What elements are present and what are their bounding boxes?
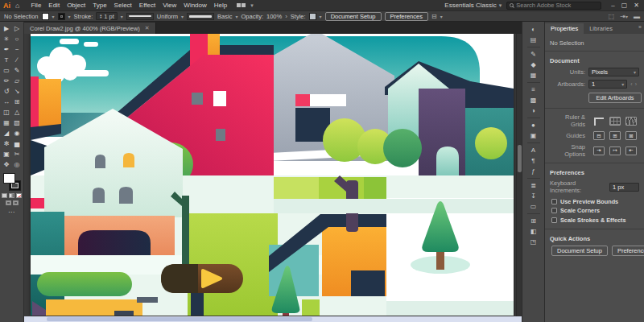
search-input[interactable]: Search Adobe Stock: [506, 2, 601, 10]
stroke-swatch[interactable]: [58, 13, 65, 20]
menu-item-effect[interactable]: Effect: [139, 2, 155, 9]
artboards-select[interactable]: 1 ▾: [588, 80, 627, 89]
menu-item-object[interactable]: Object: [67, 2, 85, 9]
tool-scale[interactable]: ↘: [12, 86, 23, 97]
tool-hand[interactable]: ✥: [2, 159, 12, 170]
tool-type[interactable]: T: [2, 55, 12, 65]
document-tab[interactable]: Corel Draw2.jpg @ 400% (RGB/Preview) ✕: [24, 23, 156, 34]
fill-stroke-control[interactable]: [3, 173, 21, 191]
tool-curvature[interactable]: ~: [12, 44, 23, 55]
vertical-scrollbar-thumb[interactable]: [518, 145, 522, 172]
stroke-chevron-icon[interactable]: ▾: [68, 14, 71, 19]
tool-gradient[interactable]: ▧: [12, 118, 23, 128]
artboard-nav-arrows[interactable]: ‹›: [630, 81, 639, 87]
opacity-expand-icon[interactable]: ›: [285, 13, 287, 20]
tool-lasso[interactable]: ○: [12, 34, 23, 44]
stepper-arrows-icon[interactable]: ▲▼: [99, 14, 102, 19]
width-profile-preview[interactable]: [126, 13, 154, 20]
document-tab-close-icon[interactable]: ✕: [145, 25, 150, 31]
panel-symbols-icon[interactable]: ◆: [527, 60, 540, 70]
checkbox-use-preview-bounds[interactable]: Use Preview Bounds: [551, 198, 639, 205]
tool-eraser[interactable]: ▱: [12, 76, 23, 86]
stroke-weight-stepper[interactable]: ▲▼ 1 pt: [96, 12, 117, 20]
tool-slice[interactable]: ✂: [12, 149, 23, 159]
menu-item-select[interactable]: Select: [114, 2, 132, 9]
close-button[interactable]: ✕: [634, 2, 639, 9]
tab-properties[interactable]: Properties: [545, 23, 584, 34]
tool-pen[interactable]: ✒: [2, 44, 12, 55]
panel-paragraph-icon[interactable]: ¶: [527, 155, 540, 166]
tool-rectangle[interactable]: ▭: [2, 65, 12, 76]
snap-to-grid-icon[interactable]: ⇥: [593, 147, 605, 155]
checkbox-box[interactable]: [551, 199, 557, 204]
tool-blend[interactable]: ◉: [12, 128, 23, 138]
style-swatch[interactable]: [309, 13, 316, 20]
align-chevron-icon[interactable]: ▾: [440, 14, 443, 19]
color-button[interactable]: [2, 193, 7, 198]
tool-column-graph[interactable]: ▅: [12, 138, 23, 149]
menu-item-help[interactable]: Help: [214, 2, 227, 9]
keyboard-increments-input[interactable]: 1 px: [609, 183, 639, 192]
tool-perspective-grid[interactable]: △: [12, 107, 23, 118]
gradient-button[interactable]: [9, 193, 14, 198]
menu-item-window[interactable]: Window: [184, 2, 206, 9]
show-transparency-grid-icon[interactable]: [625, 117, 637, 126]
show-grid-icon[interactable]: [609, 117, 621, 126]
show-guides-icon[interactable]: ⊟: [593, 131, 605, 140]
arrange-documents-icon[interactable]: [237, 3, 246, 7]
quick-document-setup-button[interactable]: Document Setup: [551, 246, 608, 256]
menu-item-edit[interactable]: Edit: [48, 2, 60, 9]
stroke-weight-chevron-icon[interactable]: ▾: [121, 14, 123, 19]
panel-color-icon[interactable]: ◐: [527, 24, 540, 35]
preferences-button[interactable]: Preferences: [385, 12, 428, 21]
opacity-value[interactable]: 100%: [266, 13, 282, 20]
align-options-icon[interactable]: ⊟: [431, 13, 437, 20]
make-guides-icon[interactable]: ⊠: [625, 131, 637, 140]
snap-to-point-icon[interactable]: ⇤: [625, 147, 637, 155]
units-select[interactable]: Pixels ▾: [588, 68, 639, 76]
fill-swatch[interactable]: [42, 13, 49, 20]
style-chevron-icon[interactable]: ▾: [320, 14, 322, 19]
panel-brushes-icon[interactable]: ✎: [527, 49, 540, 60]
fill-chevron-icon[interactable]: ▾: [52, 14, 55, 19]
tool-pencil[interactable]: ✏: [2, 76, 12, 86]
checkbox-scale-corners[interactable]: Scale Corners: [551, 207, 639, 214]
tool-symbol-sprayer[interactable]: ✻: [2, 138, 12, 149]
lock-guides-icon[interactable]: ⊞: [609, 131, 621, 140]
checkbox-box[interactable]: [551, 208, 557, 213]
tool-direct-selection[interactable]: ▷: [12, 23, 23, 34]
panel-graphic-styles-icon[interactable]: ▣: [527, 130, 540, 141]
edit-artboards-button[interactable]: Edit Artboards: [588, 93, 642, 103]
width-profile-chevron-icon[interactable]: ▾: [181, 14, 184, 19]
panel-layers-icon[interactable]: ≣: [527, 180, 540, 191]
touch-workspace-icon[interactable]: ▬: [634, 13, 640, 20]
tool-line-segment[interactable]: ∕: [12, 55, 23, 65]
tool-magic-wand[interactable]: ✳: [2, 34, 12, 44]
document-setup-button[interactable]: Document Setup: [325, 12, 382, 21]
none-button[interactable]: [16, 193, 22, 198]
panel-transparency-icon[interactable]: ◑: [527, 105, 540, 116]
tool-free-transform[interactable]: ⊞: [12, 97, 23, 107]
draw-normal-mode-button[interactable]: [6, 200, 11, 205]
tool-paintbrush[interactable]: ✎: [12, 65, 23, 76]
tool-rotate[interactable]: ↺: [2, 86, 12, 97]
tool-mesh[interactable]: ▦: [2, 118, 12, 128]
horizontal-scrollbar[interactable]: [24, 316, 522, 322]
checkbox-scale-strokes-effects[interactable]: Scale Strokes & Effects: [551, 217, 639, 224]
panel-stroke-icon[interactable]: ≡: [527, 85, 540, 95]
panel-asset-export-icon[interactable]: ↧: [527, 191, 540, 201]
collapse-panel-icon[interactable]: »: [638, 24, 642, 30]
fill-color-swatch[interactable]: [3, 173, 15, 184]
tool-width[interactable]: ↔: [2, 97, 12, 107]
panel-artboards-icon[interactable]: ▭: [527, 201, 540, 212]
restore-button[interactable]: ▢: [621, 2, 628, 9]
tool-artboard[interactable]: ▣: [2, 149, 12, 159]
show-rulers-icon[interactable]: [593, 117, 605, 126]
panel-appearance-icon[interactable]: ●: [527, 120, 540, 130]
edit-toolbar-button[interactable]: ⋯: [8, 208, 15, 216]
arrange-chevron-icon[interactable]: ▾: [250, 2, 254, 9]
home-icon[interactable]: ⌂: [15, 2, 19, 10]
canvas-viewport[interactable]: [24, 34, 522, 316]
vertical-scrollbar[interactable]: [516, 34, 522, 316]
panel-align-icon[interactable]: ⊞: [527, 216, 540, 226]
